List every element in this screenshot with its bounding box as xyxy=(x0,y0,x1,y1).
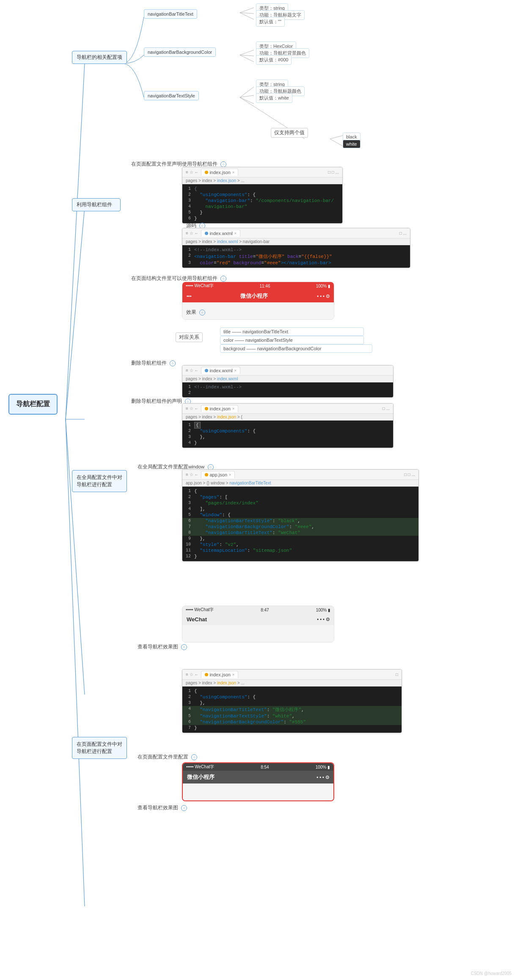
phone-nav-3-actions: • • • ⊙ xyxy=(316,775,329,780)
prop-bg-color: navigationBarBackgroundColor xyxy=(144,47,216,57)
phone-status-3-right: 100% ▮ xyxy=(316,765,330,770)
svg-line-11 xyxy=(240,87,254,97)
code-panel-index-json-2: ≡ ☆ ← index.json × □ ... pages > index >… xyxy=(182,403,393,448)
panel-tab-label: index.json xyxy=(209,170,231,175)
phone-status-2: ••••• WeChat字 8:47 100% ▮ xyxy=(182,606,334,614)
phone-nav-3-title: 微信小程序 xyxy=(187,773,215,781)
panel-tab-indexjson: index.json × xyxy=(201,169,238,176)
panel-body-1: 1{ 2 "usingComponents": { 3 "navigation-… xyxy=(182,184,342,223)
panel-title-wxml-empty: ≡ ☆ ← index.wxml × xyxy=(182,365,393,376)
svg-line-6 xyxy=(240,13,254,14)
phone-status-3-time: 8:54 xyxy=(261,765,269,770)
phone-status-left: ••••• WeChat字 xyxy=(186,283,214,289)
breadcrumb-wxml: pages > index > index.wxml > navigation-… xyxy=(182,238,410,245)
svg-line-16 xyxy=(330,139,343,146)
main-node-label: 导航栏配置 xyxy=(16,400,50,407)
label-effect: 效果 ○ xyxy=(186,309,205,316)
prop-text-style: navigationBarTextStyle xyxy=(144,91,199,100)
label-config-page-file: 在页面配置文件里配置 ○ xyxy=(138,754,197,760)
wxml-empty-icon xyxy=(205,369,208,372)
svg-line-9 xyxy=(240,55,254,56)
panel-tab-wxml: index.wxml × xyxy=(201,230,240,237)
phone-status-3: ••••• WeChat字 8:54 100% ▮ xyxy=(183,763,333,771)
phone-status-3-left: ••••• WeChat字 xyxy=(186,764,214,770)
code-panel-app-json: ≡ ☆ ← app.json × □ □ ... app.json > {} w… xyxy=(182,469,419,562)
label-remove-component: 删除导航栏组件 ○ xyxy=(131,360,176,366)
code-panel-wxml-empty: ≡ ☆ ← index.wxml × pages > index > index… xyxy=(182,365,393,398)
breadcrumb-json3: pages > index > index.json > ... xyxy=(182,680,402,687)
panel-title-app-json: ≡ ☆ ← app.json × □ □ ... xyxy=(182,470,418,480)
label-use-in-structure: 在页面结构文件里可以使用导航栏组件 ○ xyxy=(131,275,226,282)
section-page-config: 在页面配置文件中对导航栏进行配置 xyxy=(72,737,127,759)
panel-tab-app-json-label: app.json xyxy=(209,472,227,477)
svg-line-7 xyxy=(240,13,254,19)
svg-line-10 xyxy=(240,55,254,62)
anno-view-effect-global: ○ xyxy=(181,644,187,650)
panel-title-json3: ≡ ☆ ← index.json × □ xyxy=(182,670,402,680)
anno-remove: ○ xyxy=(170,360,176,366)
phone-body-2 xyxy=(182,625,334,642)
svg-line-4 xyxy=(66,419,85,906)
section-navbar-config: 导航栏的相关配置项 xyxy=(72,51,127,64)
panel-tab-json2-label: index.json xyxy=(209,406,231,411)
phone-mockup-2: ••••• WeChat字 8:47 100% ▮ WeChat • • • ⊙ xyxy=(182,606,334,642)
phone-nav-title-1: 微信小程序 xyxy=(240,292,268,300)
panel-body-app-json: 1{ 2 "pages": [ 3 "pages/index/index" 4 … xyxy=(182,487,418,561)
section-use-component: 利用导航栏组件 xyxy=(72,198,121,211)
code-panel-index-json-1: ≡ ☆ ← index.json × □ □ ... pages > index… xyxy=(182,167,343,224)
panel-title-wxml: ≡ ☆ ← index.wxml × □ ... xyxy=(182,228,410,238)
mind-map: 导航栏配置 导航栏的相关配置项 navigationBarTitleText 类… xyxy=(0,0,520,980)
panel-body-json3: 1{ 2 "usingComponents": { 3 }, 4 "naviga… xyxy=(182,687,402,733)
val-title-map: title —— navigationBarTitleText xyxy=(220,327,364,336)
svg-line-13 xyxy=(240,97,254,104)
label-view-effect-page: 查看导航栏效果图 ○ xyxy=(138,805,187,811)
json2-icon xyxy=(205,407,208,410)
phone-nav-3: 微信小程序 • • • ⊙ xyxy=(183,771,333,783)
val-backgroud-map: backgroud —— navigationBarBackgroundColo… xyxy=(220,344,372,353)
svg-line-12 xyxy=(240,95,254,97)
breadcrumb-json2: pages > index > index.json > { xyxy=(182,414,393,421)
label-declare-in-page: 在页面配置文件里声明使用导航栏组件 ○ xyxy=(131,161,226,167)
tab-close-wxml-empty: × xyxy=(234,368,237,373)
panel-body-wxml-empty: 1<!--index.wxml--> 2 xyxy=(182,382,393,397)
panel-tab-app-json: app.json × xyxy=(201,471,235,478)
svg-line-5 xyxy=(240,8,254,13)
phone-status-time: 11:46 xyxy=(259,284,270,288)
phone-status-1: ••••• WeChat字 11:46 100% ▮ xyxy=(182,282,334,290)
panel-tab-json3: index.json × xyxy=(201,671,238,678)
panel-tab-json3-label: index.json xyxy=(209,672,231,677)
phone-nav-1: ••• 微信小程序 • • • ⊙ xyxy=(182,290,334,302)
phone-status-2-time: 8:47 xyxy=(261,608,269,612)
val-textstyle-default: 默认值：white xyxy=(256,93,292,103)
svg-line-3 xyxy=(66,419,85,695)
label-mapping: 对应关系 xyxy=(176,332,203,342)
panel-body-wxml: 1<!--index.wxml--> 2<navigation-bar titl… xyxy=(182,245,410,268)
tab-close-json3: × xyxy=(232,673,234,677)
breadcrumb-wxml-empty: pages > index > index.wxml xyxy=(182,376,393,382)
svg-line-1 xyxy=(66,208,85,419)
code-panel-index-json-3: ≡ ☆ ← index.json × □ pages > index > ind… xyxy=(182,669,402,733)
wxml-icon xyxy=(205,232,208,235)
panel-tab-json2: index.json × xyxy=(201,405,238,412)
phone-status-2-left: ••••• WeChat字 xyxy=(186,607,214,613)
phone-nav-more: • • • ⊙ xyxy=(317,293,330,299)
panel-body-json2: 1{ 2 "usingComponents": { 3 }, 4} xyxy=(182,421,393,448)
anno-circle-1: ○ xyxy=(220,161,226,167)
svg-line-0 xyxy=(66,64,85,419)
phone-status-right: 100% ▮ xyxy=(316,284,330,288)
panel-title-bar-1: ≡ ☆ ← index.json × □ □ ... xyxy=(182,167,342,177)
val-white: white xyxy=(343,140,360,148)
phone-mockup-3: ••••• WeChat字 8:54 100% ▮ 微信小程序 • • • ⊙ xyxy=(182,762,334,801)
anno-config-page: ○ xyxy=(191,754,197,760)
anno-view-effect-page: ○ xyxy=(181,805,187,811)
json-icon xyxy=(205,171,208,174)
breadcrumb-1: pages > index > index.json > ... xyxy=(182,177,342,184)
tab-close-wxml: × xyxy=(234,231,237,235)
phone-nav-2-title: WeChat xyxy=(187,616,207,623)
prop-title-text: navigationBarTitleText xyxy=(144,9,197,19)
phone-nav-back: ••• xyxy=(187,293,192,299)
panel-title-json2: ≡ ☆ ← index.json × □ ... xyxy=(182,404,393,414)
breadcrumb-app-json: app.json > {} window > navigationBarTitl… xyxy=(182,480,418,487)
anno-effect: ○ xyxy=(199,310,205,316)
code-panel-index-wxml: ≡ ☆ ← index.wxml × □ ... pages > index >… xyxy=(182,228,410,268)
